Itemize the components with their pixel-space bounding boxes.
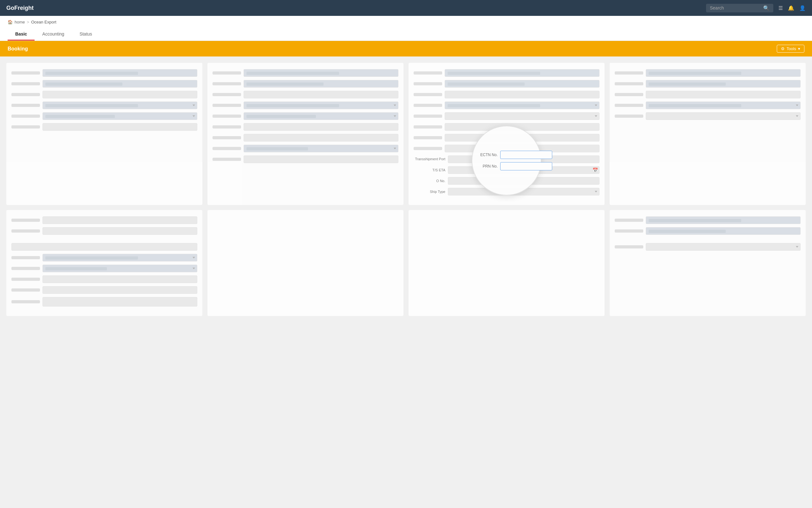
bell-icon[interactable]: 🔔 bbox=[788, 5, 794, 11]
form-field[interactable] bbox=[43, 286, 197, 294]
form-field-dropdown[interactable] bbox=[646, 112, 801, 120]
dropdown-arrow-icon bbox=[595, 116, 597, 117]
form-row bbox=[414, 69, 599, 77]
form-card-bottom-1 bbox=[6, 210, 202, 316]
form-field[interactable] bbox=[43, 69, 197, 77]
search-input[interactable] bbox=[710, 5, 761, 10]
form-field[interactable] bbox=[243, 123, 398, 131]
form-field[interactable] bbox=[243, 156, 398, 163]
form-field-dropdown[interactable] bbox=[445, 112, 599, 120]
form-card-bottom-3 bbox=[409, 210, 604, 316]
form-row bbox=[11, 265, 197, 272]
form-row bbox=[615, 112, 801, 120]
booking-title: Booking bbox=[8, 46, 28, 52]
main-content: Transshipment Port T/S ETA 📅 O No. Ship … bbox=[0, 56, 812, 508]
menu-icon[interactable]: ☰ bbox=[778, 5, 783, 11]
calendar-icon: 📅 bbox=[592, 168, 598, 173]
breadcrumb: 🏠 home > Ocean Export bbox=[0, 16, 812, 28]
prn-input[interactable] bbox=[500, 162, 552, 170]
tools-button[interactable]: ⚙ Tools ▾ bbox=[777, 45, 804, 53]
tab-status[interactable]: Status bbox=[72, 28, 100, 41]
form-field-dropdown[interactable] bbox=[43, 101, 197, 109]
form-field[interactable] bbox=[646, 227, 801, 235]
form-row bbox=[213, 80, 398, 88]
field-label bbox=[414, 115, 442, 118]
field-label bbox=[615, 115, 643, 118]
form-field-dropdown[interactable] bbox=[43, 265, 197, 272]
field-label bbox=[414, 125, 442, 128]
form-field[interactable] bbox=[445, 80, 599, 88]
form-card-1 bbox=[6, 63, 202, 205]
ectn-row: ECTN No. bbox=[479, 151, 535, 159]
form-row bbox=[615, 216, 801, 224]
form-field[interactable] bbox=[43, 276, 197, 283]
tab-accounting[interactable]: Accounting bbox=[35, 28, 72, 41]
form-field[interactable] bbox=[43, 297, 197, 306]
ectn-label: ECTN No. bbox=[479, 153, 498, 157]
search-container[interactable]: 🔍 bbox=[706, 4, 773, 12]
form-row bbox=[11, 91, 197, 98]
form-row bbox=[213, 123, 398, 131]
field-label bbox=[213, 82, 241, 85]
form-card-2 bbox=[208, 63, 403, 205]
form-row bbox=[615, 80, 801, 88]
form-field-dropdown[interactable] bbox=[243, 112, 398, 120]
field-label bbox=[615, 229, 643, 232]
form-field[interactable] bbox=[646, 91, 801, 98]
form-field[interactable] bbox=[43, 80, 197, 88]
field-label bbox=[615, 82, 643, 85]
form-field[interactable] bbox=[243, 69, 398, 77]
form-field-dropdown[interactable] bbox=[646, 101, 801, 109]
form-field[interactable] bbox=[243, 134, 398, 141]
field-label bbox=[615, 219, 643, 222]
field-label bbox=[615, 93, 643, 96]
form-field-dropdown[interactable] bbox=[43, 254, 197, 261]
tab-basic[interactable]: Basic bbox=[8, 28, 35, 41]
dropdown-arrow-icon bbox=[192, 268, 195, 269]
form-row bbox=[615, 101, 801, 109]
transshipment-port-label: Transshipment Port bbox=[414, 157, 445, 161]
dropdown-arrow-icon bbox=[394, 105, 396, 106]
field-label bbox=[11, 278, 40, 281]
field-label bbox=[213, 125, 241, 128]
form-field[interactable] bbox=[43, 123, 197, 131]
dropdown-arrow-icon bbox=[796, 116, 798, 117]
field-label bbox=[213, 93, 241, 96]
form-row bbox=[615, 243, 801, 251]
form-row bbox=[213, 101, 398, 109]
field-label bbox=[414, 147, 442, 150]
form-field[interactable] bbox=[243, 91, 398, 98]
form-field-wide[interactable] bbox=[11, 243, 197, 251]
form-field[interactable] bbox=[43, 91, 197, 98]
form-field[interactable] bbox=[43, 216, 197, 224]
form-row bbox=[414, 112, 599, 120]
user-icon[interactable]: 👤 bbox=[799, 5, 806, 11]
breadcrumb-home[interactable]: home bbox=[14, 20, 25, 25]
form-row bbox=[414, 101, 599, 109]
form-field-dropdown[interactable] bbox=[243, 101, 398, 109]
field-label bbox=[213, 147, 241, 150]
form-field-dropdown[interactable] bbox=[646, 243, 801, 251]
form-row bbox=[213, 112, 398, 120]
field-label bbox=[213, 71, 241, 75]
form-field-dropdown[interactable] bbox=[43, 112, 197, 120]
field-label bbox=[414, 93, 442, 96]
form-row bbox=[11, 80, 197, 88]
form-row bbox=[11, 243, 197, 251]
field-label bbox=[11, 82, 40, 85]
form-field[interactable] bbox=[445, 91, 599, 98]
form-field[interactable] bbox=[646, 69, 801, 77]
ectn-input[interactable] bbox=[500, 151, 552, 159]
form-field[interactable] bbox=[445, 69, 599, 77]
field-label bbox=[414, 136, 442, 139]
form-field-dropdown[interactable] bbox=[445, 101, 599, 109]
form-field[interactable] bbox=[646, 80, 801, 88]
form-field-dropdown[interactable] bbox=[243, 145, 398, 152]
field-label bbox=[11, 288, 40, 292]
form-field[interactable] bbox=[43, 227, 197, 235]
field-label bbox=[213, 158, 241, 161]
field-label bbox=[11, 219, 40, 222]
field-label bbox=[213, 115, 241, 118]
form-field[interactable] bbox=[646, 216, 801, 224]
form-field[interactable] bbox=[243, 80, 398, 88]
